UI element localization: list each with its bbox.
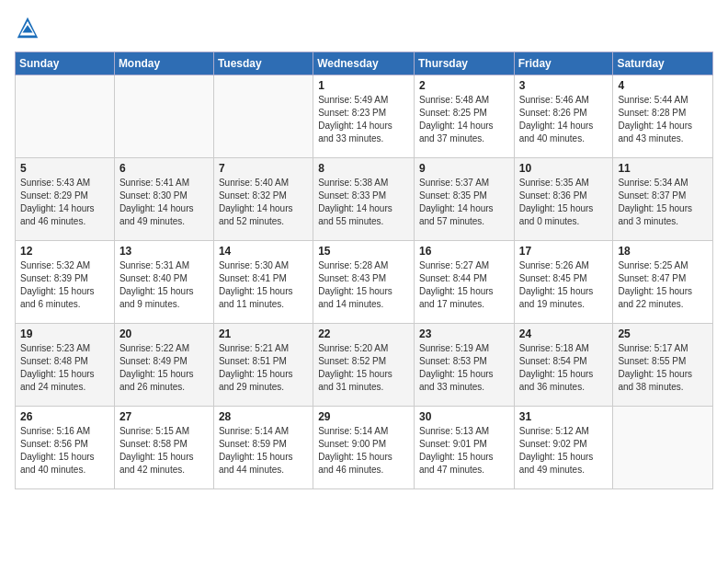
day-info: Sunrise: 5:48 AMSunset: 8:25 PMDaylight:…	[419, 94, 509, 145]
day-info: Sunrise: 5:32 AMSunset: 8:39 PMDaylight:…	[20, 259, 109, 311]
calendar-day-empty	[613, 407, 713, 489]
day-number: 30	[419, 410, 509, 423]
day-number: 14	[219, 245, 308, 258]
calendar-day-16: 16Sunrise: 5:27 AMSunset: 8:44 PMDayligh…	[414, 241, 514, 324]
day-info: Sunrise: 5:19 AMSunset: 8:53 PMDaylight:…	[419, 342, 509, 394]
day-info: Sunrise: 5:44 AMSunset: 8:28 PMDaylight:…	[618, 94, 708, 145]
page-header	[15, 15, 713, 40]
day-number: 2	[419, 79, 509, 92]
calendar-day-11: 11Sunrise: 5:34 AMSunset: 8:37 PMDayligh…	[613, 158, 713, 241]
calendar-day-10: 10Sunrise: 5:35 AMSunset: 8:36 PMDayligh…	[514, 158, 613, 241]
day-info: Sunrise: 5:46 AMSunset: 8:26 PMDaylight:…	[519, 94, 609, 145]
calendar-day-12: 12Sunrise: 5:32 AMSunset: 8:39 PMDayligh…	[16, 241, 115, 324]
calendar-day-31: 31Sunrise: 5:12 AMSunset: 9:02 PMDayligh…	[514, 407, 613, 489]
calendar-day-21: 21Sunrise: 5:21 AMSunset: 8:51 PMDayligh…	[213, 324, 313, 407]
day-number: 21	[219, 327, 308, 340]
day-number: 4	[618, 79, 708, 92]
day-info: Sunrise: 5:18 AMSunset: 8:54 PMDaylight:…	[519, 342, 609, 394]
day-info: Sunrise: 5:20 AMSunset: 8:52 PMDaylight:…	[318, 342, 409, 394]
day-number: 17	[519, 245, 609, 258]
calendar-day-5: 5Sunrise: 5:43 AMSunset: 8:29 PMDaylight…	[16, 158, 115, 241]
day-info: Sunrise: 5:14 AMSunset: 8:59 PMDaylight:…	[219, 425, 308, 477]
calendar-day-28: 28Sunrise: 5:14 AMSunset: 8:59 PMDayligh…	[213, 407, 313, 489]
day-info: Sunrise: 5:40 AMSunset: 8:32 PMDaylight:…	[219, 177, 308, 228]
logo-icon	[15, 15, 40, 40]
calendar-day-20: 20Sunrise: 5:22 AMSunset: 8:49 PMDayligh…	[114, 324, 213, 407]
day-info: Sunrise: 5:15 AMSunset: 8:58 PMDaylight:…	[119, 425, 209, 477]
calendar-day-24: 24Sunrise: 5:18 AMSunset: 8:54 PMDayligh…	[514, 324, 613, 407]
day-info: Sunrise: 5:30 AMSunset: 8:41 PMDaylight:…	[219, 259, 308, 311]
day-number: 6	[119, 162, 209, 175]
day-number: 26	[20, 410, 109, 423]
calendar-day-19: 19Sunrise: 5:23 AMSunset: 8:48 PMDayligh…	[16, 324, 115, 407]
calendar-day-empty	[213, 75, 313, 158]
day-number: 13	[119, 245, 209, 258]
day-info: Sunrise: 5:26 AMSunset: 8:45 PMDaylight:…	[519, 259, 609, 311]
day-info: Sunrise: 5:35 AMSunset: 8:36 PMDaylight:…	[519, 177, 609, 228]
day-number: 8	[318, 162, 409, 175]
calendar-day-27: 27Sunrise: 5:15 AMSunset: 8:58 PMDayligh…	[114, 407, 213, 489]
day-info: Sunrise: 5:28 AMSunset: 8:43 PMDaylight:…	[318, 259, 409, 311]
day-info: Sunrise: 5:12 AMSunset: 9:02 PMDaylight:…	[519, 425, 609, 477]
calendar-week-3: 12Sunrise: 5:32 AMSunset: 8:39 PMDayligh…	[16, 241, 713, 324]
day-info: Sunrise: 5:22 AMSunset: 8:49 PMDaylight:…	[119, 342, 209, 394]
calendar-day-empty	[16, 75, 115, 158]
calendar-header-friday: Friday	[514, 52, 613, 75]
day-number: 3	[519, 79, 609, 92]
calendar-day-4: 4Sunrise: 5:44 AMSunset: 8:28 PMDaylight…	[613, 75, 713, 158]
calendar-week-4: 19Sunrise: 5:23 AMSunset: 8:48 PMDayligh…	[16, 324, 713, 407]
day-number: 12	[20, 245, 109, 258]
day-info: Sunrise: 5:31 AMSunset: 8:40 PMDaylight:…	[119, 259, 209, 311]
calendar-day-22: 22Sunrise: 5:20 AMSunset: 8:52 PMDayligh…	[313, 324, 415, 407]
day-number: 16	[419, 245, 509, 258]
calendar-day-26: 26Sunrise: 5:16 AMSunset: 8:56 PMDayligh…	[16, 407, 115, 489]
calendar-header-sunday: Sunday	[16, 52, 115, 75]
day-number: 7	[219, 162, 308, 175]
calendar-day-3: 3Sunrise: 5:46 AMSunset: 8:26 PMDaylight…	[514, 75, 613, 158]
day-info: Sunrise: 5:14 AMSunset: 9:00 PMDaylight:…	[318, 425, 409, 477]
calendar-header-row: SundayMondayTuesdayWednesdayThursdayFrid…	[16, 52, 713, 75]
calendar-header-tuesday: Tuesday	[213, 52, 313, 75]
day-number: 22	[318, 327, 409, 340]
day-number: 27	[119, 410, 209, 423]
calendar-week-5: 26Sunrise: 5:16 AMSunset: 8:56 PMDayligh…	[16, 407, 713, 489]
day-number: 20	[119, 327, 209, 340]
calendar-table: SundayMondayTuesdayWednesdayThursdayFrid…	[15, 52, 713, 489]
day-number: 29	[318, 410, 409, 423]
day-info: Sunrise: 5:21 AMSunset: 8:51 PMDaylight:…	[219, 342, 308, 394]
day-info: Sunrise: 5:27 AMSunset: 8:44 PMDaylight:…	[419, 259, 509, 311]
calendar-header-saturday: Saturday	[613, 52, 713, 75]
calendar-header-thursday: Thursday	[414, 52, 514, 75]
calendar-header-monday: Monday	[114, 52, 213, 75]
calendar-day-empty	[114, 75, 213, 158]
day-number: 24	[519, 327, 609, 340]
day-number: 23	[419, 327, 509, 340]
day-info: Sunrise: 5:49 AMSunset: 8:23 PMDaylight:…	[318, 94, 409, 145]
day-info: Sunrise: 5:41 AMSunset: 8:30 PMDaylight:…	[119, 177, 209, 228]
calendar-day-29: 29Sunrise: 5:14 AMSunset: 9:00 PMDayligh…	[313, 407, 415, 489]
calendar-header-wednesday: Wednesday	[313, 52, 415, 75]
logo	[15, 15, 44, 40]
calendar-day-13: 13Sunrise: 5:31 AMSunset: 8:40 PMDayligh…	[114, 241, 213, 324]
day-number: 10	[519, 162, 609, 175]
day-info: Sunrise: 5:17 AMSunset: 8:55 PMDaylight:…	[618, 342, 708, 394]
calendar-day-8: 8Sunrise: 5:38 AMSunset: 8:33 PMDaylight…	[313, 158, 415, 241]
day-number: 11	[618, 162, 708, 175]
day-number: 18	[618, 245, 708, 258]
day-number: 25	[618, 327, 708, 340]
calendar-week-1: 1Sunrise: 5:49 AMSunset: 8:23 PMDaylight…	[16, 75, 713, 158]
day-info: Sunrise: 5:25 AMSunset: 8:47 PMDaylight:…	[618, 259, 708, 311]
calendar-day-9: 9Sunrise: 5:37 AMSunset: 8:35 PMDaylight…	[414, 158, 514, 241]
day-number: 28	[219, 410, 308, 423]
day-info: Sunrise: 5:37 AMSunset: 8:35 PMDaylight:…	[419, 177, 509, 228]
calendar-week-2: 5Sunrise: 5:43 AMSunset: 8:29 PMDaylight…	[16, 158, 713, 241]
day-info: Sunrise: 5:23 AMSunset: 8:48 PMDaylight:…	[20, 342, 109, 394]
calendar-day-7: 7Sunrise: 5:40 AMSunset: 8:32 PMDaylight…	[213, 158, 313, 241]
calendar-day-2: 2Sunrise: 5:48 AMSunset: 8:25 PMDaylight…	[414, 75, 514, 158]
day-info: Sunrise: 5:16 AMSunset: 8:56 PMDaylight:…	[20, 425, 109, 477]
calendar-day-1: 1Sunrise: 5:49 AMSunset: 8:23 PMDaylight…	[313, 75, 415, 158]
day-number: 5	[20, 162, 109, 175]
calendar-day-15: 15Sunrise: 5:28 AMSunset: 8:43 PMDayligh…	[313, 241, 415, 324]
day-number: 15	[318, 245, 409, 258]
day-number: 31	[519, 410, 609, 423]
